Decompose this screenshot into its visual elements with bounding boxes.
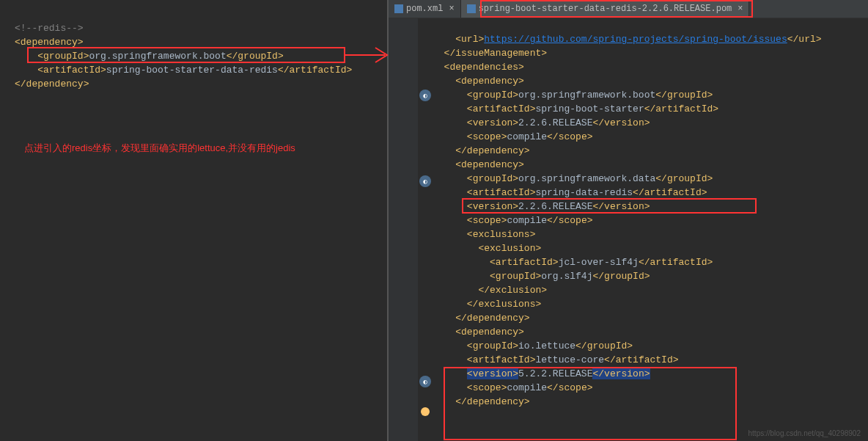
dep3-version: 5.2.2.RELEASE [518, 368, 592, 379]
close-icon[interactable]: × [738, 4, 743, 14]
right-editor-pane: pom.xml × spring-boot-starter-data-redis… [389, 0, 868, 441]
dep1-version: 2.2.6.RELEASE [518, 117, 592, 128]
url-value[interactable]: https://github.com/spring-projects/sprin… [484, 34, 787, 45]
line-number-gutter [389, 18, 418, 441]
maven-icon [467, 4, 476, 13]
xml-comment: <!--redis--> [15, 23, 84, 34]
exclusions-tag: exclusions [473, 229, 530, 240]
dep2-artifactid: spring-data-redis [535, 187, 633, 198]
artifactid-value: spring-boot-starter-data-redis [106, 65, 278, 76]
dep3-artifactid: lettuce-core [535, 354, 604, 365]
dependency-close-tag: dependency [26, 79, 84, 90]
fold-icon[interactable]: ◐ [419, 90, 431, 101]
dep3-scope: compile [507, 382, 547, 393]
dep2-groupid: org.springframework.data [518, 173, 655, 184]
issue-mgmt-tag: issueManagement [455, 48, 541, 59]
dep3-groupid: io.lettuce [518, 340, 575, 351]
dep1-artifactid: spring-boot-starter [535, 103, 644, 114]
fold-icon[interactable]: ◐ [419, 376, 431, 387]
left-code-area[interactable]: <!--redis--> <dependency> <groupId>org.s… [7, 7, 387, 91]
intention-bulb-icon[interactable] [421, 407, 430, 416]
dependencies-tag: dependencies [449, 62, 518, 73]
dep1-groupid: org.springframework.boot [518, 90, 655, 101]
right-code-area[interactable]: <url>https://github.com/spring-projects/… [433, 18, 868, 409]
fold-gutter: ◐ ◐ ◐ [418, 18, 433, 441]
excl-groupid: org.slf4j [541, 271, 592, 282]
fold-icon[interactable]: ◐ [419, 175, 431, 187]
annotation-text: 点进引入的redis坐标，发现里面确实用的lettuce,并没有用的jedis [24, 142, 295, 155]
exclusion-tag: exclusion [484, 243, 535, 254]
dep1-scope: compile [507, 131, 547, 142]
tab-label: pom.xml [406, 4, 443, 14]
dependency-tag: dependency [461, 159, 518, 170]
dep2-version: 2.2.6.RELEASE [518, 201, 592, 212]
tab-label: spring-boot-starter-data-redis-2.2.6.REL… [479, 4, 732, 14]
close-icon[interactable]: × [449, 4, 454, 14]
groupid-value: org.springframework.boot [89, 51, 226, 62]
groupid-tag: groupId [43, 51, 84, 62]
dependency-tag: dependency [461, 327, 518, 338]
tab-pom-xml[interactable]: pom.xml × [389, 0, 461, 18]
dependency-open-tag: dependency [21, 37, 78, 48]
dep2-scope: compile [507, 215, 547, 226]
url-tag: url [461, 34, 478, 45]
watermark-text: https://blog.csdn.net/qq_40298902 [749, 429, 861, 437]
artifactid-tag: artifactId [43, 65, 100, 76]
excl-artifactid: jcl-over-slf4j [559, 257, 639, 268]
left-editor-pane: <!--redis--> <dependency> <groupId>org.s… [0, 0, 389, 441]
editor-tabs: pom.xml × spring-boot-starter-data-redis… [389, 0, 868, 18]
dependency-tag: dependency [461, 76, 518, 87]
maven-icon [394, 4, 403, 13]
tab-redis-pom[interactable]: spring-boot-starter-data-redis-2.2.6.REL… [461, 0, 750, 18]
